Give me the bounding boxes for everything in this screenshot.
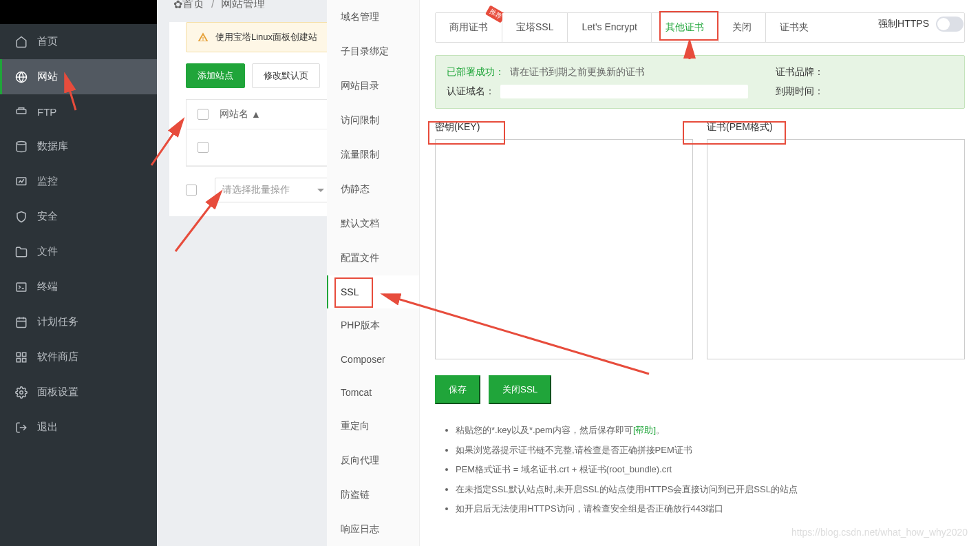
svg-rect-5 [17, 318, 26, 328]
batch-placeholder: 请选择批量操作 [222, 184, 290, 196]
help-item: PEM格式证书 = 域名证书.crt + 根证书(root_bundle).cr… [456, 460, 965, 480]
warning-icon [198, 32, 209, 43]
action-row: 保存 关闭SSL [435, 375, 965, 404]
svg-point-10 [20, 390, 23, 394]
sidebar-label: 数据库 [37, 140, 68, 153]
sidebar-item-ftp[interactable]: FTP [0, 94, 157, 129]
sidebar-label: 监控 [37, 175, 58, 188]
menu-webroot[interactable]: 网站目录 [327, 69, 419, 103]
sidebar-item-exit[interactable]: 退出 [0, 410, 157, 445]
svg-rect-4 [17, 283, 26, 291]
svg-rect-7 [23, 353, 26, 356]
menu-resplog[interactable]: 响应日志 [327, 512, 419, 546]
sidebar-label: 软件商店 [37, 350, 78, 364]
expire-label: 到期时间： [776, 85, 824, 98]
exit-icon [15, 421, 28, 434]
sort-icon: ▲ [251, 109, 261, 120]
menu-default-doc[interactable]: 默认文档 [327, 207, 419, 241]
help-item: 粘贴您的*.key以及*.pem内容，然后保存即可[帮助]。 [456, 421, 965, 441]
batch-select[interactable]: 请选择批量操作 [215, 178, 332, 202]
tab-cert-folder[interactable]: 证书夹 [766, 13, 822, 42]
svg-rect-6 [17, 353, 20, 356]
menu-redirect[interactable]: 重定向 [327, 409, 419, 443]
save-button[interactable]: 保存 [435, 375, 480, 404]
checkbox-batch[interactable] [186, 185, 197, 196]
brand-label: 证书品牌： [776, 66, 824, 78]
sidebar-label: 文件 [37, 245, 58, 258]
tab-close[interactable]: 关闭 [718, 13, 766, 42]
shield-icon [15, 211, 28, 223]
sidebar-label: 首页 [37, 35, 58, 48]
site-name-masked [220, 139, 312, 156]
tab-lets-encrypt[interactable]: Let's Encrypt [568, 13, 652, 42]
key-textarea[interactable] [435, 139, 693, 359]
menu-tomcat[interactable]: Tomcat [327, 376, 419, 409]
force-https-toggle[interactable] [936, 17, 963, 32]
sidebar-label: 安全 [37, 210, 58, 223]
modal-menu: 域名管理 子目录绑定 网站目录 访问限制 流量限制 伪静态 默认文档 配置文件 … [327, 0, 420, 546]
menu-access[interactable]: 访问限制 [327, 103, 419, 138]
sidebar-label: FTP [37, 106, 56, 118]
auth-domain-value [500, 85, 748, 98]
deploy-success-box: 已部署成功： 请在证书到期之前更换新的证书 证书品牌： 认证域名： 到期时间： [435, 55, 965, 109]
help-item: 如开启后无法使用HTTPS访问，请检查安全组是否正确放行443端口 [456, 499, 965, 519]
close-ssl-button[interactable]: 关闭SSL [489, 375, 551, 404]
checkbox-all[interactable] [198, 109, 209, 120]
sidebar-item-terminal[interactable]: 终端 [0, 269, 157, 304]
folder-icon [15, 246, 28, 258]
sidebar-item-apps[interactable]: 软件商店 [0, 339, 157, 375]
terminal-icon [15, 281, 28, 293]
menu-ssl[interactable]: SSL [327, 275, 419, 308]
menu-domain[interactable]: 域名管理 [327, 0, 419, 34]
menu-php[interactable]: PHP版本 [327, 308, 419, 343]
sidebar-item-cron[interactable]: 计划任务 [0, 304, 157, 339]
help-item: 在未指定SSL默认站点时,未开启SSL的站点使用HTTPS会直接访问到已开启SS… [456, 480, 965, 500]
chevron-down-icon [317, 189, 324, 192]
brand-value [829, 65, 953, 79]
logo [0, 0, 157, 24]
menu-rewrite[interactable]: 伪静态 [327, 172, 419, 207]
tab-bt-ssl[interactable]: 宝塔SSL [502, 13, 568, 42]
key-label: 密钥(KEY) [435, 121, 693, 134]
expire-value [829, 85, 953, 98]
auth-domain-label: 认证域名： [447, 85, 495, 98]
deployed-label: 已部署成功： [447, 66, 504, 78]
breadcrumb-current: 网站管理 [221, 0, 265, 8]
menu-config[interactable]: 配置文件 [327, 241, 419, 275]
checkbox-row[interactable] [198, 142, 209, 153]
apps-icon [15, 351, 28, 364]
menu-traffic[interactable]: 流量限制 [327, 138, 419, 172]
key-column: 密钥(KEY) [435, 121, 693, 361]
tab-other-cert[interactable]: 其他证书 [652, 13, 718, 42]
col-site-name[interactable]: 网站名▲ [220, 108, 261, 120]
sidebar-item-website[interactable]: 网站 [0, 59, 157, 94]
breadcrumb-home-icon: ✿ [173, 0, 182, 8]
add-site-button[interactable]: 添加站点 [186, 63, 245, 88]
sidebar-item-monitor[interactable]: 监控 [0, 164, 157, 199]
menu-subdir[interactable]: 子目录绑定 [327, 34, 419, 69]
menu-composer[interactable]: Composer [327, 343, 419, 376]
sidebar-label: 计划任务 [37, 315, 78, 328]
pem-textarea[interactable] [707, 139, 965, 359]
watermark: https://blog.csdn.net/what_how_why2020 [791, 527, 968, 538]
sidebar-item-files[interactable]: 文件 [0, 234, 157, 269]
sidebar-item-security[interactable]: 安全 [0, 199, 157, 234]
sidebar-item-database[interactable]: 数据库 [0, 129, 157, 164]
breadcrumb-sep: / [211, 0, 214, 8]
sidebar-label: 网站 [37, 70, 58, 83]
breadcrumb-home[interactable]: 首页 [182, 0, 204, 8]
modify-default-button[interactable]: 修改默认页 [252, 63, 320, 88]
tab-commercial[interactable]: 商用证书推荐 [436, 13, 502, 42]
force-https-label: 强制HTTPS [878, 18, 929, 30]
help-item: 如果浏览器提示证书链不完整,请检查是否正确拼接PEM证书 [456, 441, 965, 461]
sidebar-label: 终端 [37, 280, 58, 293]
help-link[interactable]: [帮助] [633, 425, 656, 435]
menu-proxy[interactable]: 反向代理 [327, 443, 419, 478]
calendar-icon [15, 316, 28, 328]
svg-rect-1 [17, 109, 26, 114]
svg-rect-9 [23, 358, 26, 361]
sidebar-item-settings[interactable]: 面板设置 [0, 375, 157, 410]
sidebar-item-home[interactable]: 首页 [0, 24, 157, 59]
menu-antileech[interactable]: 防盗链 [327, 478, 419, 512]
ftp-icon [15, 105, 28, 118]
